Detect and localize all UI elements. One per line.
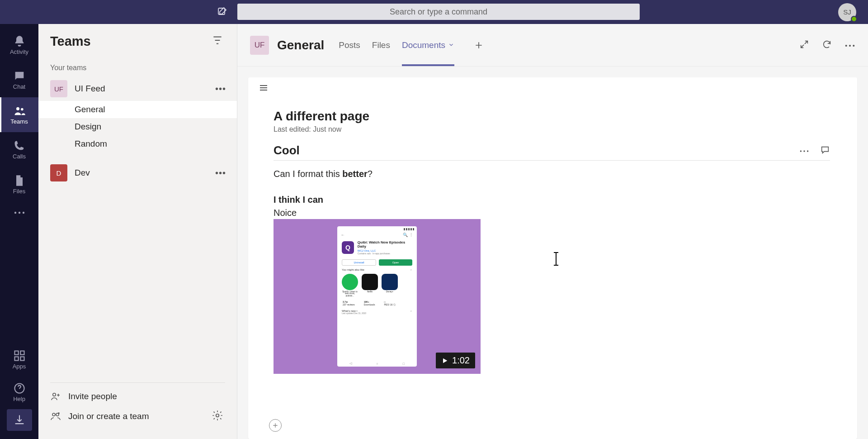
search-input[interactable]: Search or type a command xyxy=(237,4,640,20)
user-initials: SJ xyxy=(843,8,851,16)
svg-point-15 xyxy=(845,44,847,46)
rail-help-label: Help xyxy=(13,396,25,402)
phone-app-title: Quibi: Watch New Episodes Daily xyxy=(358,241,412,249)
bold-line[interactable]: I think I can xyxy=(274,195,830,205)
channel-general[interactable]: General xyxy=(38,101,237,118)
phone-app-lbl: Netflix xyxy=(367,291,373,293)
teams-title: Teams xyxy=(50,34,91,49)
tab-label: Files xyxy=(372,40,390,50)
svg-point-19 xyxy=(803,150,805,152)
svg-point-12 xyxy=(52,413,55,416)
main-area: UF General Posts Files Documents xyxy=(237,24,868,439)
channel-random[interactable]: Random xyxy=(38,135,237,153)
phone-app-lbl: Disney+ xyxy=(386,291,393,293)
team-name: UI Feed xyxy=(75,84,215,94)
team-badge: UF xyxy=(50,80,67,97)
user-avatar[interactable]: SJ xyxy=(838,3,856,21)
sidebar-bottom: Invite people Join or create a team xyxy=(38,375,237,439)
team-more-icon[interactable]: ••• xyxy=(215,168,226,178)
channel-header: UF General Posts Files Documents xyxy=(237,24,868,67)
document-toolbar xyxy=(248,77,857,100)
add-section-button[interactable] xyxy=(269,419,282,432)
refresh-icon[interactable] xyxy=(822,39,832,51)
tabs: Posts Files Documents xyxy=(339,24,486,66)
filter-icon[interactable] xyxy=(212,34,223,48)
rail-calls-label: Calls xyxy=(13,153,26,160)
add-tab-button[interactable] xyxy=(472,38,486,52)
phone-app-lbl: Spotify: Listen to new music, podcas... xyxy=(342,291,358,297)
svg-rect-8 xyxy=(14,357,18,360)
svg-point-5 xyxy=(22,212,24,214)
svg-point-4 xyxy=(18,212,20,214)
rail-chat-label: Chat xyxy=(13,83,25,90)
rail-chat[interactable]: Chat xyxy=(0,62,38,97)
search-placeholder: Search or type a command xyxy=(390,7,487,17)
teams-sidebar: Teams Your teams UF UI Feed ••• General … xyxy=(38,24,237,439)
last-edited: Last edited: Just now xyxy=(274,125,830,134)
presence-indicator xyxy=(851,16,857,22)
video-duration: 1:02 xyxy=(452,355,470,366)
team-dev[interactable]: D Dev ••• xyxy=(38,161,237,185)
svg-point-3 xyxy=(14,212,16,214)
rail-teams[interactable]: Teams xyxy=(0,97,38,132)
phone-stat: Downloads xyxy=(364,303,375,306)
tab-label: Documents xyxy=(402,40,445,50)
rail-activity[interactable]: Activity xyxy=(0,28,38,62)
page-title: A different page xyxy=(274,109,830,124)
team-ui-feed[interactable]: UF UI Feed ••• xyxy=(38,76,237,101)
rail-download[interactable] xyxy=(7,409,32,431)
settings-icon[interactable] xyxy=(212,410,225,423)
svg-rect-9 xyxy=(20,357,24,360)
tab-label: Posts xyxy=(339,40,360,50)
team-name: Dev xyxy=(75,168,215,178)
plain-line[interactable]: Noice xyxy=(274,208,830,218)
rail-calls[interactable]: Calls xyxy=(0,132,38,167)
tab-documents[interactable]: Documents xyxy=(402,24,454,66)
rail-apps-label: Apps xyxy=(13,363,26,370)
expand-icon[interactable] xyxy=(799,39,809,51)
chevron-down-icon xyxy=(448,40,454,50)
hamburger-icon[interactable] xyxy=(258,82,269,95)
rail-apps[interactable]: Apps xyxy=(0,344,38,375)
para-bold: better xyxy=(342,169,368,179)
svg-point-18 xyxy=(800,150,802,152)
rail-activity-label: Activity xyxy=(10,48,28,55)
video-thumbnail[interactable]: ←🔍 ⋮ Q Quibi: Watch New Episodes Daily W… xyxy=(274,219,481,374)
channel-design[interactable]: Design xyxy=(38,118,237,135)
channel-badge: UF xyxy=(250,36,269,55)
team-more-icon[interactable]: ••• xyxy=(215,84,226,94)
svg-point-11 xyxy=(53,393,56,396)
invite-people[interactable]: Invite people xyxy=(50,387,225,406)
svg-point-14 xyxy=(216,414,219,417)
document-card: A different page Last edited: Just now C… xyxy=(248,77,857,439)
svg-point-17 xyxy=(853,44,854,46)
rail-more[interactable] xyxy=(0,204,38,222)
phone-yml: You might also like xyxy=(342,268,364,271)
svg-point-16 xyxy=(849,44,851,46)
phone-updated: Last updated Dec 31, 2020 xyxy=(337,312,417,316)
channel-title: General xyxy=(277,38,324,52)
compose-icon[interactable] xyxy=(217,6,228,19)
svg-rect-7 xyxy=(20,351,24,354)
document-body[interactable]: A different page Last edited: Just now C… xyxy=(248,100,857,374)
para-prefix: Can I format this xyxy=(274,169,342,179)
rail-help[interactable]: Help xyxy=(0,377,38,407)
more-icon[interactable] xyxy=(844,41,855,49)
paragraph[interactable]: Can I format this better? xyxy=(274,169,830,179)
svg-point-13 xyxy=(56,413,59,416)
join-create-team[interactable]: Join or create a team xyxy=(50,406,149,426)
svg-rect-6 xyxy=(14,351,18,354)
teams-header: Teams xyxy=(38,24,237,58)
header-actions xyxy=(799,39,855,51)
tab-files[interactable]: Files xyxy=(372,24,390,66)
text-cursor xyxy=(556,253,557,265)
join-label: Join or create a team xyxy=(68,411,149,421)
section-more-icon[interactable] xyxy=(799,147,809,155)
tab-posts[interactable]: Posts xyxy=(339,24,360,66)
phone-stat: PEGI 16 ⓘ xyxy=(384,303,395,306)
comment-icon[interactable] xyxy=(820,145,830,157)
document-wrapper: A different page Last edited: Just now C… xyxy=(237,67,868,439)
rail-files[interactable]: Files xyxy=(0,167,38,202)
section-heading[interactable]: Cool xyxy=(274,143,799,157)
svg-point-2 xyxy=(21,108,24,111)
